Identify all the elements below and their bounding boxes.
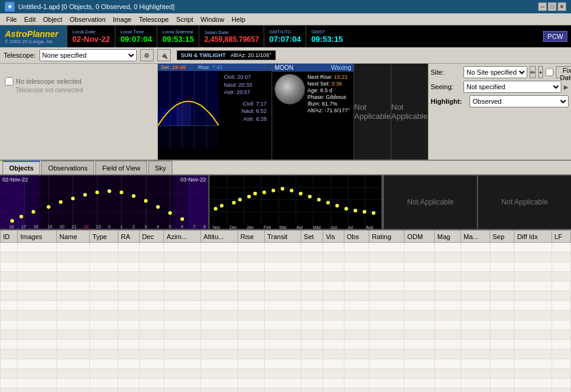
moon-title: MOON [275, 64, 293, 71]
col-diff-idx[interactable]: Diff Idx [515, 231, 552, 243]
menu-script[interactable]: Script [173, 15, 197, 24]
tab-sky[interactable]: Sky [148, 161, 173, 174]
brand-name: AstroPlanner [5, 29, 62, 39]
col-azim[interactable]: Azim... [164, 231, 201, 243]
maximize-button[interactable]: □ [548, 2, 556, 11]
col-type[interactable]: Type [90, 231, 118, 243]
col-ra[interactable]: RA [118, 231, 140, 243]
col-obs[interactable]: Obs [344, 231, 369, 243]
seeing-select[interactable]: Not specified [463, 81, 561, 93]
svg-text:19: 19 [47, 225, 52, 229]
svg-point-75 [262, 191, 266, 194]
gmst-value: 09:53:15 [311, 35, 343, 44]
svg-text:Jul: Jul [347, 225, 353, 229]
table-row [1, 272, 571, 282]
local-sidereal-label: Local Sidereal [162, 29, 194, 35]
table-row [1, 388, 571, 393]
col-mag[interactable]: Mag [434, 231, 460, 243]
col-odm[interactable]: ODM [405, 231, 434, 243]
no-telescope-checkbox[interactable] [5, 77, 13, 86]
site-edit-button[interactable]: ✏ [530, 66, 536, 78]
menu-edit[interactable]: Edit [21, 15, 39, 24]
highlight-select[interactable]: Observed [470, 95, 569, 107]
local-time-label: Local Time [120, 29, 152, 35]
table-row [1, 243, 571, 252]
col-transit[interactable]: Transit [264, 231, 301, 243]
svg-point-83 [335, 204, 339, 208]
svg-text:16: 16 [9, 225, 14, 229]
monthly-chart-svg: Nov Dec Jan Feb Mar Apr May Jun Jul Aug [210, 175, 383, 229]
svg-point-74 [253, 192, 257, 195]
col-set[interactable]: Set [301, 231, 323, 243]
col-name[interactable]: Name [56, 231, 90, 243]
svg-point-79 [299, 192, 303, 195]
sky-chart-dates: 02-Nov-22 03-Nov-22 [2, 177, 206, 183]
menu-window[interactable]: Window [197, 15, 228, 24]
tab-objects[interactable]: Objects [2, 161, 40, 174]
col-ma[interactable]: Ma... [461, 231, 490, 243]
close-button[interactable]: ✕ [558, 2, 566, 11]
menu-observation[interactable]: Observation [66, 15, 109, 24]
svg-text:22: 22 [84, 225, 89, 229]
tab-observations[interactable]: Observations [41, 161, 94, 174]
objects-table: ID Images Name Type RA Dec Azim... Altit… [0, 230, 571, 392]
menu-image[interactable]: Image [109, 15, 135, 24]
svg-rect-14 [188, 175, 210, 229]
site-add-button[interactable]: + [538, 66, 543, 78]
table-row [1, 252, 571, 262]
site-checkbox[interactable] [545, 68, 553, 76]
moon-panel: MOON Waxing Next Rise: 15:21 Next Set: 3… [272, 64, 354, 160]
menu-telescope[interactable]: Telescope [135, 15, 173, 24]
menu-object[interactable]: Object [39, 15, 66, 24]
site-select[interactable]: No Site specified [463, 66, 527, 78]
svg-point-38 [180, 217, 184, 221]
svg-point-82 [326, 201, 330, 204]
highlight-label: Highlight: [431, 98, 467, 105]
sky-chart-date-right: 03-Nov-22 [180, 177, 206, 183]
col-rating[interactable]: Rating [369, 231, 405, 243]
minimize-button[interactable]: ─ [538, 2, 547, 11]
svg-rect-12 [21, 175, 39, 229]
menu-help[interactable]: Help [228, 15, 249, 24]
svg-point-29 [71, 197, 75, 200]
svg-text:Jun: Jun [330, 225, 337, 229]
svg-text:Dec: Dec [230, 225, 238, 229]
table-row [1, 320, 571, 330]
svg-point-25 [19, 215, 23, 218]
col-altitu[interactable]: Altitu... [201, 231, 238, 243]
svg-text:Jan: Jan [247, 225, 253, 229]
col-vis[interactable]: Vis [323, 231, 344, 243]
fix-date-button[interactable]: Fix Date [556, 66, 571, 78]
svg-point-34 [132, 194, 135, 198]
gmst-block: GMST 09:53:15 [306, 25, 347, 47]
moon-info: Next Rise: 15:21 Next Set: 3:36 Age: 8.5… [307, 74, 350, 114]
tab-field-of-view[interactable]: Field of View [95, 161, 147, 174]
sun-alt-az: Alt/Az: 20.1/106° [231, 52, 272, 58]
col-images[interactable]: Images [18, 231, 56, 243]
local-sidereal-block: Local Sidereal 09:53:15 [157, 25, 199, 47]
gmt-block: GMT/UTC 07:07:04 [264, 25, 306, 47]
local-date-block: Local Date 02-Nov-22 [67, 25, 115, 47]
telescope-select[interactable]: None specified [39, 49, 137, 61]
menu-bar: File Edit Object Observation Image Teles… [0, 13, 571, 25]
col-id[interactable]: ID [1, 231, 18, 243]
julian-date-value: 2,459,885.79657 [204, 35, 259, 44]
pcw-button[interactable]: PCW [543, 31, 567, 42]
col-dec[interactable]: Dec [139, 231, 164, 243]
col-lf[interactable]: LF [552, 231, 570, 243]
col-sep[interactable]: Sep [490, 231, 515, 243]
local-date-label: Local Date [72, 29, 110, 35]
svg-point-30 [83, 193, 87, 197]
telescope-info-panel: No telescope selected Telescope not conn… [0, 64, 158, 160]
svg-point-81 [317, 198, 321, 201]
col-rise[interactable]: Rise [238, 231, 264, 243]
svg-point-87 [372, 211, 375, 215]
telescope-settings-button[interactable]: ⚙ [140, 49, 154, 61]
svg-point-72 [238, 198, 242, 201]
telescope-connect-button[interactable]: 🔌 [157, 49, 171, 61]
svg-point-85 [354, 209, 357, 212]
gmst-label: GMST [311, 29, 343, 35]
sun-twilight-title: SUN & TWILIGHT [181, 52, 226, 58]
menu-file[interactable]: File [2, 15, 21, 24]
svg-text:20: 20 [60, 225, 64, 229]
